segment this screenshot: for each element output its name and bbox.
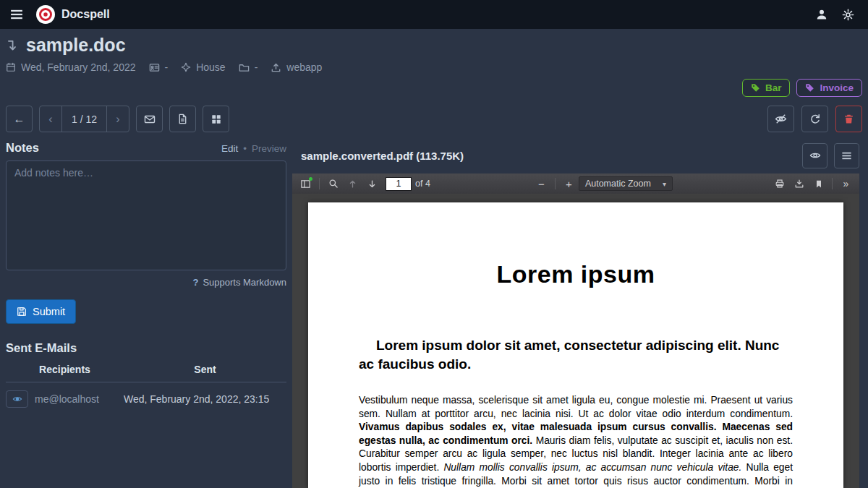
delete-item-button[interactable] bbox=[835, 106, 862, 132]
column-header-sent: Sent bbox=[124, 361, 286, 382]
next-page-button-viewer[interactable] bbox=[362, 175, 382, 192]
eye-slash-icon bbox=[775, 113, 787, 125]
navbar-actions bbox=[809, 0, 861, 29]
attachment-file-button[interactable] bbox=[169, 106, 196, 132]
sidebar-notification-dot bbox=[309, 177, 312, 181]
chevron-down-icon: ▾ bbox=[663, 180, 666, 188]
meta-concerning: House bbox=[181, 61, 225, 73]
meta-folder-value: - bbox=[255, 61, 258, 73]
more-tools-button[interactable]: » bbox=[836, 175, 856, 192]
back-button[interactable]: ← bbox=[6, 106, 33, 132]
bookmark-button[interactable] bbox=[809, 175, 828, 192]
grid-icon bbox=[211, 114, 221, 124]
item-toolbar: ← ‹ 1 / 12 › bbox=[6, 106, 862, 132]
folder-icon bbox=[239, 62, 250, 73]
sidebar-toggle-button[interactable] bbox=[296, 175, 315, 192]
download-button[interactable] bbox=[789, 175, 809, 192]
notes-header: Notes Edit • Preview bbox=[6, 141, 286, 155]
calendar-icon bbox=[6, 62, 16, 72]
view-mail-button[interactable] bbox=[6, 390, 28, 408]
tag-invoice[interactable]: Invoice bbox=[796, 79, 862, 97]
app-name: Docspell bbox=[61, 8, 110, 21]
tag-icon bbox=[805, 83, 814, 93]
pdf-viewer: of 4 − + Automatic Zoom ▾ bbox=[292, 174, 859, 488]
tag-icon bbox=[751, 83, 760, 93]
bookmark-icon bbox=[814, 179, 823, 189]
tag-label: Invoice bbox=[820, 82, 854, 93]
user-menu-button[interactable] bbox=[809, 0, 835, 29]
document-metadata: Wed, February 2nd, 2022 - House - bbox=[6, 61, 862, 73]
toolbar-separator bbox=[319, 178, 320, 189]
preview-toggle-button[interactable] bbox=[802, 143, 827, 168]
file-icon bbox=[177, 114, 188, 124]
sent-timestamp: Wed, February 2nd, 2022, 23:15 bbox=[124, 382, 286, 408]
tag-bar[interactable]: Bar bbox=[742, 79, 791, 97]
zoom-select[interactable]: Automatic Zoom ▾ bbox=[579, 176, 673, 191]
arrow-down-icon bbox=[367, 179, 377, 189]
app-brand[interactable]: Docspell bbox=[36, 5, 110, 24]
attachment-header: sample.converted.pdf (113.75K) bbox=[292, 141, 862, 170]
notes-panel: Notes Edit • Preview ? Supports Markdown bbox=[6, 141, 286, 488]
pdf-paragraph: Vestibulum neque massa, scelerisque sit … bbox=[359, 394, 793, 488]
main-page: sample.doc Wed, February 2nd, 2022 - Hou… bbox=[0, 29, 868, 488]
previous-page-button[interactable] bbox=[343, 175, 362, 192]
recipient-address: me@localhost bbox=[35, 393, 99, 405]
notes-edit-link[interactable]: Edit bbox=[221, 143, 238, 154]
back-arrow-icon: ← bbox=[14, 113, 25, 126]
paragraph-segment: Nullam mollis convallis ipsum, ac accums… bbox=[443, 462, 741, 473]
recipient-cell: me@localhost bbox=[6, 390, 124, 408]
meta-correspondent-value: - bbox=[165, 61, 169, 73]
print-icon bbox=[775, 179, 785, 189]
arrow-up-icon bbox=[348, 179, 357, 189]
menu-button[interactable] bbox=[0, 0, 33, 29]
meta-date: Wed, February 2nd, 2022 bbox=[6, 61, 136, 73]
download-icon bbox=[794, 179, 804, 189]
settings-button[interactable] bbox=[835, 0, 861, 29]
page-number-input[interactable] bbox=[386, 177, 412, 191]
minus-icon: − bbox=[538, 178, 545, 190]
save-icon bbox=[17, 307, 27, 317]
send-mail-button[interactable] bbox=[136, 106, 163, 132]
notes-preview-link[interactable]: Preview bbox=[252, 143, 286, 154]
chevron-right-icon: › bbox=[116, 113, 119, 125]
level-down-icon bbox=[6, 39, 19, 52]
attachment-menu-button[interactable] bbox=[834, 143, 859, 168]
attachment-pager: ‹ 1 / 12 › bbox=[39, 106, 129, 132]
attachment-filename: sample.converted.pdf (113.75K) bbox=[301, 150, 464, 162]
column-header-recipients: Recipients bbox=[6, 361, 124, 382]
tag-label: Bar bbox=[765, 82, 782, 93]
attachment-panel: sample.converted.pdf (113.75K) bbox=[292, 141, 862, 488]
envelope-icon bbox=[144, 114, 156, 125]
meta-correspondent: - bbox=[149, 61, 169, 73]
meta-date-value: Wed, February 2nd, 2022 bbox=[21, 61, 136, 73]
chevron-double-right-icon: » bbox=[843, 178, 849, 189]
attachment-header-buttons bbox=[802, 143, 859, 168]
tags-row: Bar Invoice bbox=[6, 79, 862, 97]
sent-emails-title: Sent E-Mails bbox=[6, 341, 286, 355]
grid-view-button[interactable] bbox=[203, 106, 229, 132]
hamburger-icon bbox=[10, 8, 23, 21]
hide-sidebar-button[interactable] bbox=[767, 106, 794, 132]
content-columns: Notes Edit • Preview ? Supports Markdown bbox=[6, 141, 862, 488]
print-button[interactable] bbox=[770, 175, 789, 192]
question-icon: ? bbox=[192, 277, 198, 288]
zoom-out-button[interactable]: − bbox=[532, 175, 551, 192]
notes-input[interactable] bbox=[6, 160, 286, 270]
sent-emails-table: Recipients Sent bbox=[6, 361, 286, 408]
list-icon bbox=[841, 150, 852, 161]
find-button[interactable] bbox=[323, 175, 343, 192]
meta-source: webapp bbox=[271, 61, 322, 73]
page-indicator: 1 / 12 bbox=[61, 106, 107, 132]
eye-icon bbox=[809, 150, 821, 161]
pdf-canvas-area[interactable]: Lorem ipsum Lorem ipsum dolor sit amet, … bbox=[292, 194, 859, 488]
upload-icon bbox=[271, 62, 281, 73]
toolbar-separator bbox=[832, 178, 833, 189]
gears-icon bbox=[842, 9, 854, 21]
toolbar-right-group bbox=[767, 106, 862, 132]
submit-button[interactable]: Submit bbox=[6, 299, 76, 324]
zoom-in-button[interactable]: + bbox=[559, 175, 579, 192]
reprocess-button[interactable] bbox=[801, 106, 828, 132]
toolbar-separator bbox=[555, 178, 556, 189]
next-page-button[interactable]: › bbox=[107, 106, 129, 132]
prev-page-button[interactable]: ‹ bbox=[40, 106, 61, 132]
